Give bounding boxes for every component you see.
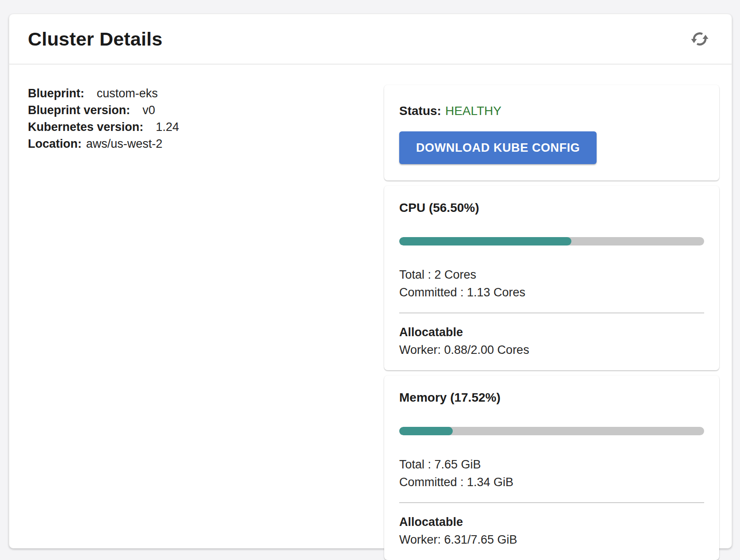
memory-allocatable-label: Allocatable [399,513,704,531]
detail-value: custom-eks [97,87,158,100]
detail-value: 1.24 [156,120,179,134]
status-label: Status: [399,104,441,118]
cpu-card: CPU (56.50%) Total : 2 Cores Committed :… [384,186,719,370]
cpu-stats: Total : 2 Cores Committed : 1.13 Cores [399,266,704,301]
cpu-allocatable-label: Allocatable [399,323,704,341]
refresh-icon [689,28,710,50]
page-title: Cluster Details [28,28,162,50]
download-kube-config-button[interactable]: DOWNLOAD KUBE CONFIG [399,131,597,164]
status-value: HEALTHY [445,104,501,118]
memory-card: Memory (17.52%) Total : 7.65 GiB Committ… [384,376,719,560]
detail-row-kubernetes-version: Kubernetes version:1.24 [28,119,384,135]
cpu-progress-fill [399,237,571,245]
detail-value: aws/us-west-2 [86,137,163,150]
detail-row-blueprint-version: Blueprint version:v0 [28,102,384,119]
memory-worker-value: Worker: 6.31/7.65 GiB [399,531,704,548]
memory-allocatable-block: Allocatable Worker: 6.31/7.65 GiB [399,513,704,548]
detail-label: Blueprint: [28,87,85,100]
cpu-title: CPU (56.50%) [399,200,704,215]
cpu-committed: Committed : 1.13 Cores [399,284,704,301]
memory-title: Memory (17.52%) [399,390,704,405]
cluster-info: Blueprint:custom-eks Blueprint version:v… [28,85,384,560]
memory-committed: Committed : 1.34 GiB [399,473,704,491]
memory-progress-fill [399,427,453,435]
detail-label: Kubernetes version: [28,120,143,134]
cpu-worker-value: Worker: 0.88/2.00 Cores [399,341,704,359]
memory-total: Total : 7.65 GiB [399,456,704,473]
divider [399,313,704,313]
cpu-progress-track [399,237,704,245]
card-header: Cluster Details [9,14,732,65]
memory-progress-track [399,427,704,435]
memory-stats: Total : 7.65 GiB Committed : 1.34 GiB [399,456,704,491]
status-card: Status:HEALTHY DOWNLOAD KUBE CONFIG [384,85,719,180]
card-body: Blueprint:custom-eks Blueprint version:v… [9,65,732,560]
cpu-allocatable-block: Allocatable Worker: 0.88/2.00 Cores [399,323,704,359]
status-line: Status:HEALTHY [399,104,704,119]
cpu-total: Total : 2 Cores [399,266,704,284]
divider [399,502,704,503]
refresh-button[interactable] [687,27,712,51]
detail-value: v0 [143,104,155,117]
right-column: Status:HEALTHY DOWNLOAD KUBE CONFIG CPU … [384,85,719,560]
detail-label: Location: [28,137,82,150]
detail-row-location: Location:aws/us-west-2 [28,135,384,152]
detail-label: Blueprint version: [28,104,130,117]
cluster-details-card: Cluster Details Blueprint:custom-eks Blu… [9,14,732,548]
detail-row-blueprint: Blueprint:custom-eks [28,85,384,102]
